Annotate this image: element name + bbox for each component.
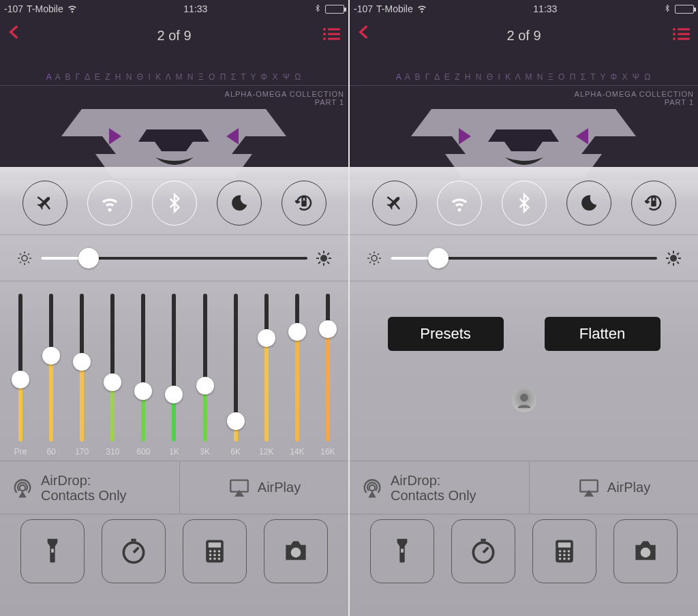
svg-rect-3 <box>328 33 340 35</box>
airplane-toggle[interactable] <box>22 181 67 226</box>
timer-button[interactable] <box>102 519 166 583</box>
sheet-grip[interactable] <box>505 157 543 167</box>
background-top: -107 T-Mobile 11:33 2 of 9 <box>0 0 348 181</box>
air-row: AirDrop:Contacts Only AirPlay <box>0 461 348 514</box>
svg-point-84 <box>559 554 562 557</box>
eq-band-60[interactable]: 60 <box>37 291 65 457</box>
svg-rect-53 <box>651 200 656 206</box>
air-row: AirDrop:Contacts Only AirPlay <box>350 461 698 514</box>
eq-band-label: 600 <box>136 447 150 457</box>
eq-knob[interactable] <box>12 371 29 388</box>
svg-point-30 <box>123 542 143 562</box>
wifi-toggle[interactable] <box>87 181 132 226</box>
eq-band-6k[interactable]: 6K <box>222 291 249 457</box>
airplane-toggle[interactable] <box>372 181 417 226</box>
svg-point-85 <box>563 554 566 557</box>
eq-band-14k[interactable]: 14K <box>284 291 311 457</box>
carrier-label: T-Mobile <box>27 3 63 14</box>
back-button[interactable] <box>355 23 373 41</box>
svg-point-45 <box>673 28 676 31</box>
brightness-slider[interactable] <box>41 257 307 260</box>
svg-rect-75 <box>401 549 404 553</box>
clock: 11:33 <box>533 3 557 14</box>
bluetooth-toggle[interactable] <box>152 181 197 226</box>
eq-band-12k[interactable]: 12K <box>253 291 280 457</box>
svg-point-42 <box>213 557 216 560</box>
eq-band-600[interactable]: 600 <box>130 291 157 457</box>
airplay-label: AirPlay <box>607 480 650 495</box>
status-bar: -107 T-Mobile 11:33 <box>0 0 348 18</box>
bluetooth-icon <box>663 3 671 15</box>
list-button[interactable] <box>322 27 340 41</box>
airplay-button[interactable]: AirPlay <box>530 461 698 514</box>
eq-knob[interactable] <box>196 377 214 395</box>
svg-line-69 <box>677 262 679 264</box>
quick-launch-row <box>0 514 348 595</box>
presets-button[interactable]: Presets <box>388 317 504 351</box>
rotation-lock-toggle[interactable] <box>631 181 676 226</box>
camera-button[interactable] <box>613 519 678 583</box>
eq-band-16k[interactable]: 16K <box>314 291 342 457</box>
eq-knob[interactable] <box>42 347 60 365</box>
eq-knob[interactable] <box>73 353 91 371</box>
eq-band-1k[interactable]: 1K <box>160 291 187 457</box>
camera-button[interactable] <box>264 519 328 583</box>
rotation-lock-toggle[interactable] <box>282 181 327 226</box>
airplay-icon <box>577 476 601 499</box>
eq-knob[interactable] <box>227 412 245 430</box>
svg-line-60 <box>378 262 379 263</box>
flashlight-button[interactable] <box>20 519 85 583</box>
svg-line-71 <box>677 253 679 255</box>
equalizer: Pre601703106001K3K6K12K14K16K <box>0 281 348 461</box>
svg-point-49 <box>673 37 676 40</box>
bluetooth-toggle[interactable] <box>502 181 547 226</box>
svg-point-47 <box>673 33 676 35</box>
do-not-disturb-toggle[interactable] <box>217 181 262 226</box>
eq-band-label: Pre <box>14 447 27 457</box>
do-not-disturb-toggle[interactable] <box>566 181 611 226</box>
eq-knob[interactable] <box>258 329 275 347</box>
flatten-button[interactable]: Flatten <box>545 317 661 351</box>
eq-band-170[interactable]: 170 <box>68 291 95 457</box>
svg-line-23 <box>318 253 320 255</box>
eq-knob[interactable] <box>104 373 121 391</box>
eq-knob[interactable] <box>319 320 337 338</box>
eq-knob[interactable] <box>288 323 306 341</box>
eq-band-310[interactable]: 310 <box>99 291 126 457</box>
eq-band-3k[interactable]: 3K <box>192 291 219 457</box>
eq-band-label: 170 <box>75 447 89 457</box>
back-button[interactable] <box>5 23 23 41</box>
greek-alphabet-row: ΑΑ Β Γ Δ Ε Ζ Η Ν Θ Ι Κ Λ Μ Ν Ξ Ο Π Σ Τ Υ… <box>350 68 698 86</box>
svg-point-89 <box>567 557 570 560</box>
brightness-slider[interactable] <box>391 257 657 260</box>
svg-point-41 <box>209 557 212 560</box>
brightness-knob[interactable] <box>428 248 449 268</box>
flashlight-button[interactable] <box>370 519 434 583</box>
svg-point-27 <box>20 484 26 491</box>
airplay-button[interactable]: AirPlay <box>180 461 348 514</box>
airdrop-button[interactable]: AirDrop:Contacts Only <box>350 461 530 514</box>
airdrop-button[interactable]: AirDrop:Contacts Only <box>0 461 180 514</box>
airplay-icon <box>228 476 251 499</box>
sheet-grip[interactable] <box>155 157 194 167</box>
wifi-toggle[interactable] <box>437 181 482 226</box>
list-button[interactable] <box>672 27 690 41</box>
svg-point-76 <box>473 542 493 562</box>
svg-line-77 <box>483 548 488 553</box>
timer-button[interactable] <box>451 519 515 583</box>
svg-point-38 <box>209 554 212 557</box>
preset-avatar-icon[interactable] <box>512 388 536 412</box>
svg-line-14 <box>20 253 21 255</box>
svg-point-63 <box>670 255 677 262</box>
calculator-button[interactable] <box>532 519 596 583</box>
eq-knob[interactable] <box>165 386 183 403</box>
svg-line-62 <box>378 253 379 255</box>
wifi-icon <box>416 3 427 16</box>
album-label: ALPHA-OMEGA COLLECTIONPART 1 <box>575 90 694 106</box>
eq-knob[interactable] <box>134 382 152 400</box>
airdrop-icon <box>361 476 384 499</box>
brightness-knob[interactable] <box>78 248 99 268</box>
nav-bar: 2 of 9 <box>0 18 348 53</box>
calculator-button[interactable] <box>183 519 247 583</box>
eq-band-pre[interactable]: Pre <box>7 291 34 457</box>
